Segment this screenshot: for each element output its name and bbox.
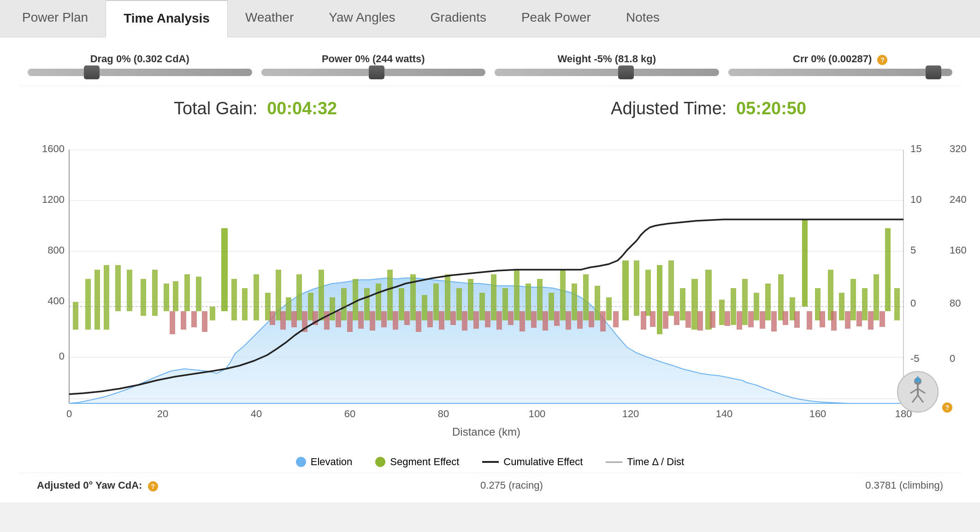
svg-rect-61: [319, 270, 324, 320]
svg-rect-70: [422, 295, 427, 320]
svg-rect-51: [210, 307, 215, 320]
svg-rect-117: [291, 311, 297, 327]
power-track[interactable]: [261, 69, 486, 76]
svg-rect-109: [885, 228, 891, 311]
svg-rect-123: [358, 311, 364, 329]
crr-slider-group: Crr 0% (0.00287) ?: [728, 53, 953, 76]
svg-rect-95: [719, 300, 725, 325]
time-dist-line: [606, 461, 622, 463]
svg-rect-87: [622, 260, 629, 320]
svg-text:0: 0: [910, 297, 916, 309]
svg-rect-149: [674, 311, 679, 325]
svg-rect-145: [613, 311, 619, 327]
crr-label: Crr 0% (0.00287) ?: [793, 53, 887, 65]
cyclist-info-icon[interactable]: ?: [942, 402, 952, 413]
tabs-bar: Power Plan Time Analysis Weather Yaw Ang…: [0, 0, 980, 37]
svg-rect-128: [416, 311, 421, 332]
svg-line-171: [918, 389, 925, 393]
svg-rect-73: [456, 288, 462, 320]
svg-rect-97: [742, 279, 748, 325]
tab-peak-power[interactable]: Peak Power: [504, 0, 608, 37]
svg-rect-111: [170, 311, 175, 334]
svg-rect-46: [152, 270, 158, 316]
svg-rect-102: [802, 219, 808, 307]
svg-rect-166: [880, 311, 885, 327]
svg-rect-132: [462, 311, 467, 331]
svg-rect-165: [868, 311, 874, 330]
svg-rect-114: [202, 311, 207, 332]
crr-info-icon[interactable]: ?: [877, 55, 887, 65]
total-gain-value: 00:04:32: [267, 99, 337, 118]
drag-track[interactable]: [28, 69, 252, 76]
svg-text:400: 400: [47, 295, 65, 307]
tab-weather[interactable]: Weather: [228, 0, 311, 37]
drag-label: Drag 0% (0.302 CdA): [90, 53, 189, 65]
svg-rect-49: [184, 274, 190, 311]
cumulative-effect-line: [482, 461, 499, 463]
svg-rect-41: [94, 270, 100, 330]
svg-rect-77: [502, 288, 508, 320]
svg-rect-138: [531, 311, 537, 328]
svg-rect-76: [491, 274, 496, 320]
svg-rect-86: [606, 297, 612, 320]
svg-rect-47: [164, 284, 169, 311]
adjusted-time: Adjusted Time: 05:20:50: [611, 99, 806, 118]
tab-time-analysis[interactable]: Time Analysis: [106, 0, 228, 37]
svg-rect-65: [364, 288, 370, 320]
svg-text:120: 120: [622, 408, 639, 420]
svg-rect-154: [737, 311, 742, 330]
svg-text:60: 60: [344, 408, 355, 420]
svg-rect-40: [85, 279, 91, 330]
svg-rect-155: [748, 311, 754, 327]
elevation-dot: [296, 457, 306, 467]
main-content: Drag 0% (0.302 CdA) Power 0% (244 watts)…: [0, 37, 980, 502]
svg-rect-108: [874, 274, 879, 320]
svg-rect-124: [370, 311, 375, 331]
svg-rect-93: [691, 279, 698, 330]
tab-yaw-angles[interactable]: Yaw Angles: [311, 0, 413, 37]
svg-text:-5: -5: [910, 353, 920, 364]
total-gain: Total Gain: 00:04:32: [174, 99, 337, 118]
svg-text:5: 5: [910, 244, 916, 256]
adjusted-yaw-section: Adjusted 0° Yaw CdA: ?: [37, 479, 158, 491]
svg-rect-66: [376, 284, 381, 320]
segment-effect-label: Segment Effect: [390, 456, 459, 468]
svg-rect-74: [468, 279, 473, 320]
svg-rect-55: [254, 274, 259, 320]
sliders-row: Drag 0% (0.302 CdA) Power 0% (244 watts)…: [18, 48, 962, 86]
svg-rect-99: [765, 284, 771, 320]
legend-cumulative-effect: Cumulative Effect: [482, 456, 583, 468]
weight-thumb[interactable]: [618, 65, 634, 79]
svg-text:Distance (km): Distance (km): [452, 426, 520, 438]
svg-rect-45: [141, 279, 146, 316]
svg-rect-147: [650, 311, 655, 327]
cyclist-button[interactable]: [897, 371, 939, 413]
cumulative-effect-label: Cumulative Effect: [503, 456, 583, 468]
svg-rect-89: [645, 270, 651, 316]
yaw-info-icon[interactable]: ?: [148, 481, 158, 491]
svg-rect-148: [663, 311, 668, 329]
tab-gradients[interactable]: Gradients: [413, 0, 504, 37]
svg-text:100: 100: [529, 408, 546, 420]
svg-rect-43: [115, 265, 121, 311]
svg-text:160: 160: [950, 244, 967, 256]
svg-text:80: 80: [438, 408, 449, 420]
drag-thumb[interactable]: [84, 65, 100, 79]
tab-power-plan[interactable]: Power Plan: [5, 0, 106, 37]
power-slider-group: Power 0% (244 watts): [261, 53, 486, 76]
svg-rect-135: [496, 311, 502, 330]
weight-track[interactable]: [495, 69, 719, 76]
crr-thumb[interactable]: [926, 65, 941, 79]
svg-rect-39: [73, 302, 78, 330]
svg-rect-90: [657, 265, 662, 334]
svg-rect-126: [393, 311, 398, 330]
svg-rect-127: [404, 311, 410, 325]
svg-rect-160: [807, 311, 812, 330]
svg-rect-146: [641, 311, 646, 330]
power-thumb[interactable]: [369, 65, 384, 79]
main-chart[interactable]: 1600 1200 800 400 0 Time Δ / Dist (sec/1…: [18, 136, 980, 449]
svg-text:160: 160: [809, 408, 827, 420]
tab-notes[interactable]: Notes: [608, 0, 677, 37]
svg-rect-140: [554, 311, 560, 326]
crr-track[interactable]: [728, 69, 953, 76]
